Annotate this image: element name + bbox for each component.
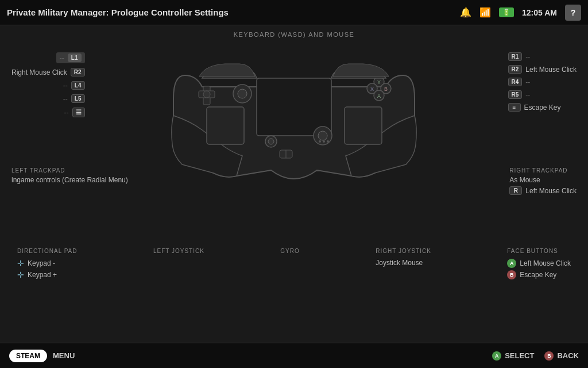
r2-badge-left: R2 (71, 68, 85, 76)
svg-text:X: X (370, 86, 374, 92)
escape-binding-row[interactable]: ≡ Escape Key (508, 103, 561, 112)
face-buttons-group: FACE BUTTONS A Left Mouse Click B Escape… (507, 248, 571, 279)
battery-icon: 🔋 (499, 7, 514, 17)
svg-point-21 (323, 140, 325, 143)
face-btn-a-label: Left Mouse Click (520, 259, 571, 267)
left-joystick-group: LEFT JOYSTICK (153, 248, 204, 279)
face-btn-b-item[interactable]: B Escape Key (507, 270, 571, 279)
dpad-icon-1: ✛ (17, 270, 24, 279)
dpad-icon-0: ✛ (17, 259, 24, 268)
right-trackpad-label: Left Mouse Click (525, 187, 577, 195)
right-mouse-binding-row[interactable]: Right Mouse Click R2 (11, 68, 85, 76)
l4-dash: -- (63, 82, 68, 90)
right-trackpad-info: RIGHT TRACKPAD As Mouse R Left Mouse Cli… (509, 167, 577, 195)
svg-point-5 (203, 91, 210, 98)
face-buttons-title: FACE BUTTONS (507, 248, 571, 254)
svg-point-20 (319, 140, 321, 143)
l1-binding-row[interactable]: -- L1 (56, 52, 85, 63)
title-bar-left: Private Military Manager: Prologue Contr… (7, 7, 229, 17)
r2-badge: R2 (508, 65, 523, 74)
select-label: SELECT (505, 351, 534, 360)
r4-dash: -- (525, 78, 530, 86)
face-btn-b-label: Escape Key (520, 271, 556, 279)
left-joystick-title: LEFT JOYSTICK (153, 248, 204, 254)
clock: 12:05 AM (522, 8, 557, 17)
escape-badge: ≡ (508, 103, 521, 112)
dpad-item-1[interactable]: ✛ Keypad + (17, 270, 77, 279)
controller-diagram: Y X B A (168, 41, 420, 190)
controller-area: -- L1 Right Mouse Click R2 -- L4 -- L5 -… (0, 41, 588, 242)
svg-rect-1 (207, 107, 244, 144)
svg-point-9 (318, 131, 327, 140)
right-panel: R1 -- R2 Left Mouse Click R4 -- R5 -- ≡ (508, 52, 577, 112)
right-trackpad-as-mouse: As Mouse (509, 176, 577, 184)
help-button[interactable]: ? (565, 5, 581, 21)
dpad-label-0: Keypad - (28, 259, 55, 267)
gyro-title: GYRO (280, 248, 299, 254)
svg-point-19 (268, 139, 274, 144)
right-joystick-group: RIGHT JOYSTICK Joystick Mouse (376, 248, 431, 279)
title-bar: Private Military Manager: Prologue Contr… (0, 0, 588, 25)
section-title: KEYBOARD (WASD) AND MOUSE (234, 31, 355, 38)
l1-dash: -- (60, 54, 64, 62)
left-trackpad-info: LEFT TRACKPAD ingame controls (Create Ra… (11, 167, 128, 184)
main-content: KEYBOARD (WASD) AND MOUSE -- L1 Right Mo… (0, 25, 588, 343)
menu-label: MENU (53, 351, 75, 360)
dpad-item-0[interactable]: ✛ Keypad - (17, 259, 77, 268)
r5-binding-row[interactable]: R5 -- (508, 90, 531, 99)
right-joystick-item[interactable]: Joystick Mouse (376, 259, 431, 267)
left-panel: -- L1 Right Mouse Click R2 -- L4 -- L5 -… (11, 52, 85, 117)
right-trackpad-binding[interactable]: R Left Mouse Click (509, 186, 577, 195)
right-mouse-label: Right Mouse Click (11, 68, 67, 76)
back-btn-icon: B (544, 351, 554, 361)
l5-dash: -- (63, 95, 68, 103)
directional-pad-title: DIRECTIONAL PAD (17, 248, 77, 254)
svg-text:A: A (377, 93, 381, 99)
svg-point-22 (327, 140, 329, 143)
r2-binding-row[interactable]: R2 Left Mouse Click (508, 65, 577, 74)
l4-badge: L4 (71, 81, 85, 90)
svg-text:B: B (384, 86, 388, 92)
lm-badge: ☰ (72, 108, 85, 117)
app-title: Private Military Manager: Prologue Contr… (7, 7, 229, 17)
select-btn-icon: A (492, 351, 501, 361)
r4-badge: R4 (508, 78, 523, 86)
r2-label: Left Mouse Click (525, 66, 577, 74)
right-joystick-title: RIGHT JOYSTICK (376, 248, 431, 254)
r5-badge: R5 (508, 90, 523, 99)
r4-binding-row[interactable]: R4 -- (508, 78, 531, 86)
left-trackpad-label: ingame controls (Create Radial Menu) (11, 176, 128, 184)
r1-binding-row[interactable]: R1 -- (508, 52, 531, 61)
lm-dash: -- (64, 109, 69, 117)
svg-rect-2 (345, 107, 382, 144)
r1-dash: -- (525, 53, 530, 61)
gyro-group: GYRO (280, 248, 299, 279)
r5-dash: -- (525, 91, 530, 99)
right-trackpad-badge: R (509, 186, 522, 195)
bottom-bar-left: STEAM MENU (9, 350, 75, 362)
back-action: B BACK (544, 351, 579, 361)
bottom-bar: STEAM MENU A SELECT B BACK (0, 343, 588, 368)
face-btn-a-item[interactable]: A Left Mouse Click (507, 259, 571, 268)
svg-point-7 (238, 89, 247, 98)
l5-binding-row[interactable]: -- L5 (63, 94, 85, 103)
l1-badge: L1 (68, 53, 82, 62)
l5-badge: L5 (71, 94, 85, 103)
left-trackpad-title: LEFT TRACKPAD (11, 167, 128, 174)
dpad-label-1: Keypad + (28, 271, 57, 279)
svg-text:Y: Y (377, 79, 381, 85)
wifi-icon: 📶 (479, 7, 491, 18)
select-action: A SELECT (492, 351, 534, 361)
escape-label: Escape Key (524, 103, 561, 112)
lm-binding-row[interactable]: -- ☰ (64, 108, 85, 117)
bottom-bar-right: A SELECT B BACK (492, 351, 579, 361)
right-trackpad-title: RIGHT TRACKPAD (509, 167, 577, 174)
steam-button[interactable]: STEAM (9, 350, 47, 362)
l4-binding-row[interactable]: -- L4 (63, 81, 85, 90)
face-btn-a-icon: A (507, 259, 516, 268)
joystick-mouse-label: Joystick Mouse (376, 259, 423, 267)
r1-badge: R1 (508, 52, 523, 61)
face-btn-b-icon: B (507, 270, 516, 279)
directional-pad-group: DIRECTIONAL PAD ✛ Keypad - ✛ Keypad + (17, 248, 77, 279)
back-label: BACK (557, 351, 579, 360)
